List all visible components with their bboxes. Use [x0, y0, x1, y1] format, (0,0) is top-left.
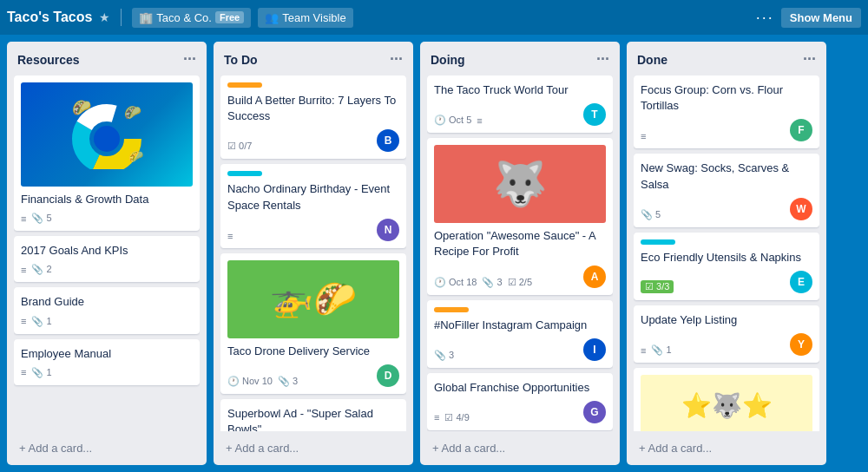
card-title-yelp: Update Yelp Listing [641, 312, 812, 328]
label-eco [641, 239, 675, 245]
card-truck[interactable]: The Taco Truck World Tour 🕐 Oct 5 ≡ T [427, 75, 613, 133]
card-employee[interactable]: Employee Manual ≡ 📎 1 [14, 339, 200, 385]
card-meta-burrito: ☑ 0/7 [227, 141, 252, 152]
avatar-awesome: A [583, 266, 606, 288]
card-title-focus: Focus Group: Corn vs. Flour Tortillas [641, 82, 812, 114]
card-meta-financials: ≡ 📎 5 [21, 213, 193, 224]
drone-image: 🚁🌮 [227, 260, 399, 338]
card-financials[interactable]: 🌮 🌮 🌮 Financials & Growth Data ≡ 📎 5 [14, 75, 200, 231]
card-footer-nacho: ≡ N [227, 219, 399, 241]
card-title-brand: Brand Guide [21, 294, 193, 310]
svg-point-3 [94, 126, 120, 152]
card-title-financials: Financials & Growth Data [21, 192, 193, 207]
card-nacho[interactable]: Nacho Ordinary Birthday - Event Space Re… [220, 164, 406, 247]
meta-date: 🕐 Oct 5 [434, 115, 471, 126]
card-title-nacho: Nacho Ordinary Birthday - Event Space Re… [227, 181, 399, 213]
card-meta-eco: ☑ 3/3 [641, 280, 674, 293]
label-instagram [434, 307, 469, 312]
card-footer-focus: ≡ F [641, 119, 812, 141]
card-meta-nacho: ≡ [227, 231, 233, 241]
card-title-truck: The Taco Truck World Tour [434, 82, 606, 98]
free-badge: Free [215, 11, 244, 23]
cards-resources: 🌮 🌮 🌮 Financials & Growth Data ≡ 📎 5 201… [14, 75, 200, 431]
add-card-doing[interactable]: + Add a card... [427, 438, 613, 458]
svg-text:🌮: 🌮 [72, 100, 92, 117]
chart-image: 🌮 🌮 🌮 [21, 82, 193, 187]
card-drone[interactable]: 🚁🌮 Taco Drone Delivery Service 🕐 Nov 10 … [220, 253, 406, 394]
meta-attachment: 📎 5 [641, 209, 661, 220]
org-name: Taco & Co. [156, 11, 212, 24]
avatar-nacho: N [377, 219, 399, 241]
card-meta-brand: ≡ 📎 1 [21, 316, 193, 327]
card-footer-franchise: ≡ ☑ 4/9 G [434, 401, 606, 423]
meta-attachment: 📎 1 [651, 344, 671, 356]
avatar-yelp: Y [790, 333, 812, 356]
column-header-todo: To Do ··· [220, 49, 406, 70]
team-visibility[interactable]: 👥 Team Visible [258, 8, 352, 28]
card-meta-employee: ≡ 📎 1 [21, 367, 193, 378]
more-options-icon[interactable]: ··· [756, 9, 774, 27]
card-title-awesome: Operation "Awesome Sauce" - A Recipe For… [434, 228, 606, 259]
card-focus[interactable]: Focus Group: Corn vs. Flour Tortillas ≡ … [634, 75, 819, 148]
avatar-focus: F [790, 119, 812, 141]
meta-checklist: ☑ 2/5 [508, 277, 532, 288]
card-title-drone: Taco Drone Delivery Service [227, 344, 399, 359]
add-card-resources[interactable]: + Add a card... [14, 438, 200, 458]
card-title-eco: Eco Friendly Utensils & Napkins [641, 250, 812, 266]
card-awesome[interactable]: 🐺 Operation "Awesome Sauce" - A Recipe F… [427, 138, 613, 294]
card-instagram[interactable]: #NoFiller Instagram Campaign 📎 3 I [427, 300, 613, 368]
card-eco[interactable]: Eco Friendly Utensils & Napkins ☑ 3/3 E [634, 233, 819, 300]
card-meta-awesome: 🕐 Oct 18 📎 3 ☑ 2/5 [434, 277, 532, 288]
column-title-resources: Resources [17, 53, 80, 67]
board: Resources ··· 🌮 🌮 🌮 [0, 35, 868, 472]
column-menu-todo[interactable]: ··· [390, 50, 403, 69]
avatar-drone: D [377, 364, 399, 387]
label-burrito [227, 82, 262, 88]
avatar-truck: T [583, 103, 606, 126]
card-grand[interactable]: ⭐🐺⭐ Grand Opening Celebration ⊙ Aug 11, … [634, 368, 819, 431]
avatar-franchise: G [583, 401, 606, 423]
cards-doing: The Taco Truck World Tour 🕐 Oct 5 ≡ T 🐺 … [427, 75, 613, 431]
column-title-done: Done [637, 53, 667, 67]
header-divider [121, 9, 122, 26]
add-card-todo[interactable]: + Add a card... [220, 438, 406, 458]
card-meta-yelp: ≡ 📎 1 [641, 344, 672, 356]
meta-lines: ≡ [21, 367, 26, 377]
card-footer-drone: 🕐 Nov 10 📎 3 D [227, 364, 399, 387]
team-label: Team Visible [282, 11, 345, 24]
card-title-burrito: Build A Better Burrito: 7 Layers To Succ… [227, 93, 399, 124]
meta-lines: ≡ [434, 412, 439, 423]
card-yelp[interactable]: Update Yelp Listing ≡ 📎 1 Y [634, 305, 819, 363]
board-title[interactable]: Taco's Tacos [7, 10, 92, 25]
card-burrito[interactable]: Build A Better Burrito: 7 Layers To Succ… [220, 75, 406, 159]
card-meta-instagram: 📎 3 [434, 350, 454, 361]
add-card-done[interactable]: + Add a card... [634, 438, 819, 458]
card-title-instagram: #NoFiller Instagram Campaign [434, 318, 606, 333]
card-swag[interactable]: New Swag: Socks, Scarves & Salsa 📎 5 W [634, 154, 819, 226]
card-footer-awesome: 🕐 Oct 18 📎 3 ☑ 2/5 A [434, 266, 606, 288]
column-todo: To Do ··· Build A Better Burrito: 7 Laye… [214, 42, 413, 465]
card-title-swag: New Swag: Socks, Scarves & Salsa [641, 161, 812, 192]
card-superbowl[interactable]: Superbowl Ad - "Super Salad Bowls" 🕐 Dec… [220, 399, 406, 431]
meta-lines: ≡ [21, 265, 26, 275]
star-icon[interactable]: ★ [99, 10, 110, 24]
org-selector[interactable]: 🏢 Taco & Co. Free [132, 8, 251, 28]
column-menu-doing[interactable]: ··· [596, 50, 609, 69]
card-meta-drone: 🕐 Nov 10 📎 3 [227, 376, 298, 387]
card-franchise[interactable]: Global Franchise Opportunities ≡ ☑ 4/9 G [427, 373, 613, 430]
card-brand[interactable]: Brand Guide ≡ 📎 1 [14, 287, 200, 333]
app-header: Taco's Tacos ★ 🏢 Taco & Co. Free 👥 Team … [0, 0, 868, 35]
card-meta-goals: ≡ 📎 2 [21, 264, 193, 275]
column-menu-resources[interactable]: ··· [183, 50, 196, 69]
card-goals[interactable]: 2017 Goals And KPIs ≡ 📎 2 [14, 236, 200, 282]
meta-checklist-done: ☑ 3/3 [641, 280, 674, 293]
column-header-doing: Doing ··· [427, 49, 613, 70]
column-menu-done[interactable]: ··· [803, 50, 816, 69]
meta-date: 🕐 Nov 10 [227, 376, 273, 387]
column-title-todo: To Do [224, 53, 258, 67]
show-menu-button[interactable]: Show Menu [781, 8, 861, 28]
svg-text:🌮: 🌮 [124, 104, 141, 121]
meta-attachment: 📎 5 [31, 213, 51, 224]
card-meta-truck: 🕐 Oct 5 ≡ [434, 115, 483, 126]
avatar-instagram: I [583, 338, 606, 361]
